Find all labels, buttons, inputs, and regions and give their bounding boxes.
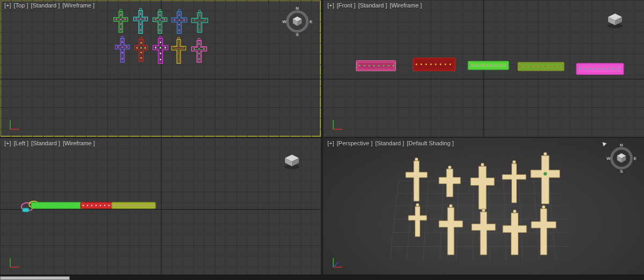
viewport-perspective[interactable]: [+] [Perspective ] [Standard ] [Default … [323, 138, 644, 275]
viewcube-west-label[interactable]: W [606, 156, 611, 161]
cross-wireframe-object[interactable] [192, 38, 207, 62]
viewcube-cube-icon[interactable] [282, 153, 302, 170]
axis-z [333, 262, 338, 267]
pendant-side-object[interactable] [23, 208, 29, 212]
viewcube[interactable]: N S E W [282, 6, 312, 36]
pendant-side-object[interactable] [413, 58, 455, 71]
viewport-top[interactable]: [+] [Top ] [Standard ] [Wireframe ] N S … [0, 0, 321, 137]
viewcube-north-label[interactable]: N [296, 6, 299, 11]
cross-pendant-object[interactable] [408, 203, 427, 237]
cross-wireframe-object[interactable] [153, 9, 167, 33]
pendant-side-object[interactable] [80, 202, 113, 209]
cross-pendant-object[interactable] [439, 166, 460, 197]
viewport-menu-general[interactable]: [+] [327, 2, 334, 9]
cross-pendant-object[interactable] [471, 163, 494, 209]
viewport-menu-shading[interactable]: [Default Shading ] [407, 140, 453, 146]
viewport-menu-render[interactable]: [Standard ] [375, 140, 404, 146]
cross-pendant-object[interactable] [472, 209, 495, 255]
viewport-splitter-horizontal[interactable] [0, 137, 644, 138]
viewport-label: [+] [Perspective ] [Standard ] [Default … [327, 140, 453, 146]
axis-tripod-icon [330, 117, 345, 132]
cross-pendant-object[interactable] [502, 160, 526, 203]
viewport-stage: [+] [Top ] [Standard ] [Wireframe ] N S … [0, 0, 644, 280]
viewport-menu-general[interactable]: [+] [4, 2, 11, 9]
viewport-menu-view[interactable]: [Perspective ] [337, 140, 373, 146]
viewcube-south-label[interactable]: S [620, 169, 623, 174]
viewport-menu-general[interactable]: [+] [327, 140, 334, 146]
viewport-menu-view[interactable]: [Front ] [337, 2, 356, 9]
viewport-menu-shading[interactable]: [Wireframe ] [390, 2, 422, 9]
viewport-label: [+] [Front ] [Standard ] [Wireframe ] [327, 2, 422, 9]
cross-pendant-object[interactable] [439, 204, 463, 255]
cross-pendant-object[interactable] [503, 210, 526, 255]
viewport-menu-shading[interactable]: [Wireframe ] [62, 2, 94, 9]
cross-wireframe-object[interactable] [114, 9, 128, 32]
viewcube-cube-icon[interactable] [291, 15, 303, 27]
cross-wireframe-object[interactable] [192, 10, 208, 32]
viewport-front[interactable]: [+] [Front ] [Standard ] [Wireframe ] [323, 0, 644, 137]
cross-wireframe-object[interactable] [115, 36, 129, 62]
axis-tripod-icon [6, 117, 21, 132]
viewcube-south-label[interactable]: S [296, 32, 298, 37]
viewcube-west-label[interactable]: W [282, 19, 287, 24]
viewcube-north-label[interactable]: N [620, 143, 623, 148]
cross-wireframe-object[interactable] [135, 37, 148, 61]
cross-wireframe-object[interactable] [172, 9, 187, 33]
viewport-menu-shading[interactable]: [Wireframe ] [63, 140, 95, 146]
viewcube-mini[interactable] [605, 12, 625, 29]
pendant-side-object[interactable] [576, 63, 624, 75]
axis-tripod-icon [6, 255, 21, 270]
cross-wireframe-object[interactable] [134, 8, 148, 33]
pendant-side-object[interactable] [356, 61, 396, 71]
axis-tripod-icon [330, 255, 345, 270]
cross-pendant-object[interactable] [531, 205, 556, 255]
mini-listener[interactable] [0, 276, 70, 280]
scene-front[interactable] [323, 0, 644, 137]
viewcube-cube-icon[interactable] [616, 152, 627, 164]
viewport-menu-view[interactable]: [Left ] [14, 140, 29, 146]
cross-wireframe-object[interactable] [153, 36, 168, 63]
viewport-left[interactable]: [+] [Left ] [Standard ] [Wireframe ] [0, 138, 321, 275]
pendant-side-object[interactable] [112, 202, 156, 209]
scene-left[interactable] [0, 138, 321, 275]
status-bar [0, 275, 644, 280]
viewcube[interactable]: N S E W [606, 143, 636, 173]
cross-wireframe-object[interactable] [172, 37, 186, 63]
viewcube-east-label[interactable]: E [310, 19, 312, 24]
viewport-menu-render[interactable]: [Standard ] [358, 2, 387, 9]
viewcube-cube-icon[interactable] [605, 12, 625, 29]
viewport-menu-render[interactable]: [Standard ] [31, 140, 60, 146]
cross-pendant-object[interactable] [406, 158, 427, 201]
viewport-menu-general[interactable]: [+] [4, 140, 11, 146]
scene-perspective[interactable] [323, 138, 644, 275]
scene-top[interactable] [0, 0, 321, 137]
pendant-side-object[interactable] [468, 61, 509, 70]
viewport-menu-render[interactable]: [Standard ] [31, 2, 60, 9]
viewport-label: [+] [Left ] [Standard ] [Wireframe ] [4, 140, 95, 146]
pendant-side-object[interactable] [518, 62, 564, 71]
viewcube-east-label[interactable]: E [634, 156, 636, 161]
viewport-label: [+] [Top ] [Standard ] [Wireframe ] [4, 2, 94, 9]
pendant-side-object[interactable] [31, 202, 85, 209]
cross-pendant-object[interactable] [531, 152, 560, 204]
viewcube-mini[interactable] [282, 153, 302, 170]
viewport-menu-view[interactable]: [Top ] [14, 2, 28, 9]
